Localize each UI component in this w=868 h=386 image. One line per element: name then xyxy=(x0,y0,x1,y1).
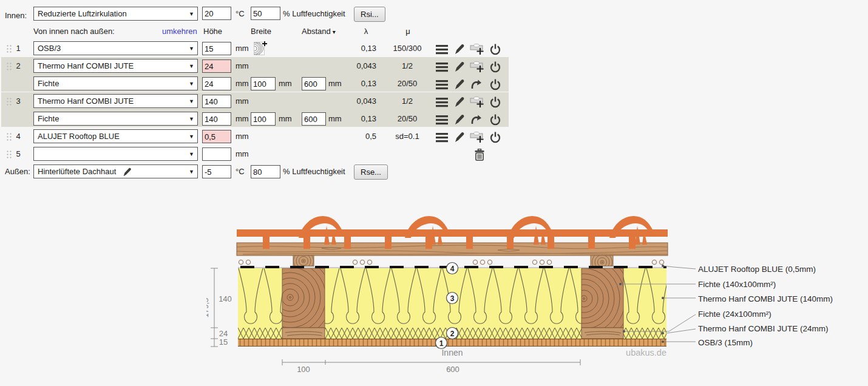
drag-handle[interactable] xyxy=(6,62,12,70)
material-select[interactable]: ▼ xyxy=(33,147,198,161)
layer-menu-icon[interactable] xyxy=(435,131,449,143)
edit-icon[interactable] xyxy=(453,43,466,55)
chevron-down-icon: ▼ xyxy=(189,8,194,21)
height-input[interactable] xyxy=(202,147,231,161)
lambda-value: 0,5 xyxy=(331,132,376,141)
marker-4: 4 xyxy=(450,265,455,273)
rsi-button[interactable]: Rsi... xyxy=(354,7,385,22)
disable-layer-icon[interactable] xyxy=(489,61,502,73)
edit-icon[interactable] xyxy=(453,131,466,143)
disable-layer-icon[interactable] xyxy=(489,131,502,143)
mm-unit: mm xyxy=(236,79,249,88)
convert-stud-icon[interactable] xyxy=(469,78,483,90)
material-select[interactable]: Fichte▼ xyxy=(33,112,198,126)
layer-menu-icon[interactable] xyxy=(435,96,449,108)
layer-row-5: 5 ▼ mm xyxy=(0,145,522,163)
add-grain-icon[interactable] xyxy=(254,41,268,56)
inside-temperature-input[interactable] xyxy=(202,7,231,20)
drag-handle[interactable] xyxy=(6,97,12,106)
dim-15: 15 xyxy=(219,337,228,347)
height-input[interactable] xyxy=(202,77,231,90)
delete-layer-icon[interactable] xyxy=(473,149,486,161)
abstand-input[interactable] xyxy=(302,112,326,126)
outside-condition-select[interactable]: Hinterlüftete Dachhaut ▼ xyxy=(33,164,198,178)
humidity-unit: % Luftfeuchtigkeit xyxy=(283,167,345,176)
label-fichte-24: Fichte (24x100mm²) xyxy=(698,310,771,319)
label-thermohanf-140: Thermo Hanf COMBI JUTE (140mm) xyxy=(698,294,833,303)
layer-menu-icon[interactable] xyxy=(435,113,449,126)
label-fichte-140: Fichte (140x100mm²) xyxy=(698,280,776,289)
disable-layer-icon[interactable] xyxy=(489,96,502,108)
drag-handle[interactable] xyxy=(6,44,12,53)
label-thermohanf-24: Thermo Hanf COMBI JUTE (24mm) xyxy=(698,324,829,333)
direction-label: Von innen nach außen: xyxy=(33,27,115,36)
material-select[interactable]: OSB/3▼ xyxy=(33,41,198,55)
outside-humidity-input[interactable] xyxy=(251,165,280,178)
layer-row-2-stud: Fichte▼ mm mm mm 0,13 20/50 xyxy=(0,75,522,92)
height-input[interactable] xyxy=(202,42,231,55)
humidity-unit: % Luftfeuchtigkeit xyxy=(283,9,345,18)
breite-input[interactable] xyxy=(251,112,276,126)
layer-number: 5 xyxy=(13,149,23,158)
celsius-unit: °C xyxy=(236,9,245,18)
layer-menu-icon[interactable] xyxy=(435,61,449,73)
material-select[interactable]: Fichte▼ xyxy=(33,76,198,90)
material-select[interactable]: Thermo Hanf COMBI JUTE▼ xyxy=(33,94,198,108)
add-layer-icon[interactable] xyxy=(469,61,485,73)
breite-input[interactable] xyxy=(251,77,276,90)
drag-handle[interactable] xyxy=(6,150,12,158)
inside-side-label: Innen xyxy=(441,348,463,357)
hoehe-header: Höhe xyxy=(203,27,222,36)
edit-icon[interactable] xyxy=(453,96,466,108)
convert-stud-icon[interactable] xyxy=(469,113,483,126)
label-osb: OSB/3 (15mm) xyxy=(698,338,753,347)
material-select[interactable]: Thermo Hanf COMBI JUTE▼ xyxy=(33,59,198,73)
dim-600: 600 xyxy=(446,365,459,374)
edit-icon[interactable] xyxy=(122,167,132,178)
add-layer-icon[interactable] xyxy=(469,43,485,55)
disable-layer-icon[interactable] xyxy=(489,113,502,126)
height-input[interactable] xyxy=(202,130,231,143)
disable-layer-icon[interactable] xyxy=(489,78,502,90)
layer-menu-icon[interactable] xyxy=(435,78,449,90)
add-layer-icon[interactable] xyxy=(469,96,485,108)
layer-menu-icon[interactable] xyxy=(435,43,449,55)
height-input[interactable] xyxy=(202,95,231,108)
inside-conditions-row: Innen: Reduzierte Luftzirkulation ▼ °C %… xyxy=(0,7,522,24)
inside-label: Innen: xyxy=(5,11,27,20)
mm-unit: mm xyxy=(279,114,292,123)
marker-2: 2 xyxy=(450,330,455,338)
chevron-down-icon: ▼ xyxy=(189,166,194,178)
material-select[interactable]: ALUJET Rooftop BLUE▼ xyxy=(33,129,198,143)
mu-value: 20/50 xyxy=(389,79,426,88)
lambda-value: 0,043 xyxy=(331,96,376,106)
reverse-link[interactable]: umkehren xyxy=(162,27,197,36)
layer-row-3: 3 Thermo Hanf COMBI JUTE▼ mm 0,043 1/2 xyxy=(0,92,522,110)
rse-button[interactable]: Rse... xyxy=(354,164,388,180)
construction-diagram: 179,5 140 24 15 100 600 ALUJET Rooftop B… xyxy=(206,212,868,386)
outside-temperature-input[interactable] xyxy=(202,165,231,178)
add-layer-icon[interactable] xyxy=(469,131,485,143)
abstand-input[interactable] xyxy=(302,77,326,90)
inside-humidity-input[interactable] xyxy=(251,7,280,20)
lambda-value: 0,13 xyxy=(331,44,376,53)
edit-icon[interactable] xyxy=(453,113,466,126)
label-alujet: ALUJET Rooftop BLUE (0,5mm) xyxy=(698,265,816,274)
disable-layer-icon[interactable] xyxy=(489,43,502,55)
drag-handle[interactable] xyxy=(6,132,12,141)
edit-icon[interactable] xyxy=(453,78,466,90)
inside-condition-value: Reduzierte Luftzirkulation xyxy=(38,9,127,18)
layer-row-2: 2 Thermo Hanf COMBI JUTE▼ mm 0,043 1/2 xyxy=(0,57,522,75)
abstand-header[interactable]: Abstand▾ xyxy=(302,27,336,36)
breite-header: Breite xyxy=(251,27,271,36)
height-input[interactable] xyxy=(202,59,231,73)
chevron-down-icon: ▼ xyxy=(189,148,194,161)
height-input[interactable] xyxy=(202,112,231,126)
edit-icon[interactable] xyxy=(453,61,466,73)
mm-unit: mm xyxy=(279,79,292,88)
dim-100: 100 xyxy=(297,365,310,374)
column-header-row: Von innen nach außen: umkehren Höhe Brei… xyxy=(0,27,522,38)
inside-condition-select[interactable]: Reduzierte Luftzirkulation ▼ xyxy=(33,7,198,21)
layer-row-3-stud: Fichte▼ mm mm mm 0,13 20/50 xyxy=(0,110,522,127)
outside-label: Außen: xyxy=(5,167,30,176)
